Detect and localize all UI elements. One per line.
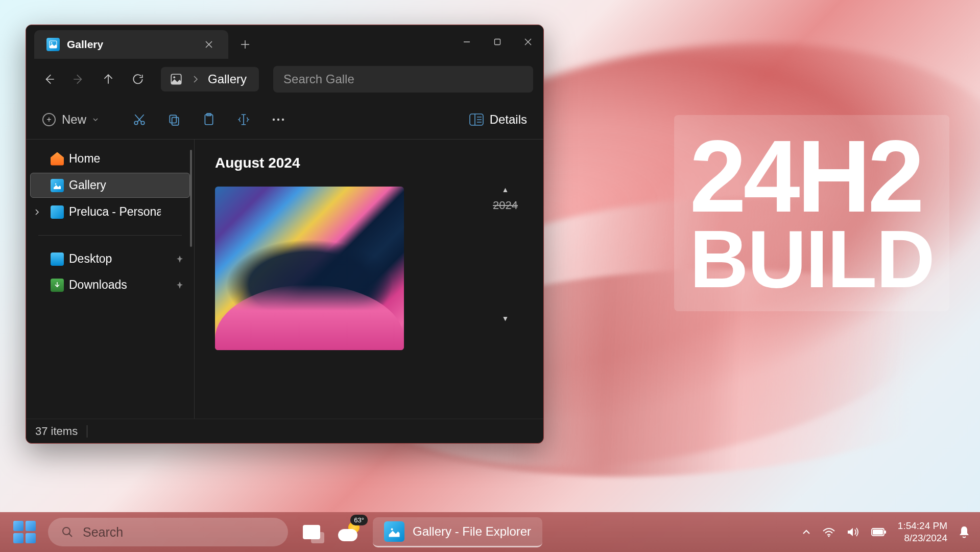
view-details-button[interactable]: Details xyxy=(462,108,534,131)
chevron-down-icon xyxy=(92,117,99,122)
svg-rect-21 xyxy=(873,530,883,535)
svg-rect-2 xyxy=(495,39,500,45)
taskbar: Search 63° Gallery - File Explorer 1:54:… xyxy=(0,512,980,552)
task-view-icon xyxy=(303,525,320,539)
view-label: Details xyxy=(490,112,527,127)
timeline-scrubber[interactable]: ▲ 2024 ▼ xyxy=(493,186,518,323)
rename-button[interactable] xyxy=(228,107,259,132)
taskbar-app-file-explorer[interactable]: Gallery - File Explorer xyxy=(373,517,542,547)
clock[interactable]: 1:54:24 PM 8/23/2024 xyxy=(898,520,947,544)
weather-widget[interactable]: 63° xyxy=(335,518,364,546)
status-bar: 37 items xyxy=(26,419,543,443)
chevron-right-icon[interactable] xyxy=(193,75,199,83)
item-count: 37 items xyxy=(35,425,78,438)
tab-close-button[interactable] xyxy=(202,37,216,52)
sidebar-item-gallery[interactable]: Gallery xyxy=(30,173,190,198)
copy-button[interactable] xyxy=(159,107,189,132)
svg-point-15 xyxy=(55,183,57,185)
sidebar-item-downloads[interactable]: Downloads xyxy=(30,273,190,297)
plus-circle-icon: + xyxy=(42,113,56,126)
new-tab-button[interactable] xyxy=(228,30,262,59)
svg-point-4 xyxy=(173,76,175,78)
new-label: New xyxy=(62,112,86,127)
gallery-path-icon xyxy=(169,72,183,86)
back-button[interactable] xyxy=(36,66,62,92)
gallery-icon xyxy=(51,179,64,192)
wifi-icon[interactable] xyxy=(822,527,835,537)
image-thumbnail[interactable] xyxy=(215,187,404,350)
chevron-right-icon[interactable] xyxy=(34,209,39,216)
svg-point-13 xyxy=(282,118,284,120)
toolbar: + New Details xyxy=(26,100,543,140)
svg-point-1 xyxy=(51,42,53,44)
taskbar-app-label: Gallery - File Explorer xyxy=(413,524,531,539)
timeline-up-icon[interactable]: ▲ xyxy=(502,186,509,194)
timeline-year: 2024 xyxy=(493,199,518,212)
details-icon xyxy=(469,113,484,126)
breadcrumb[interactable]: Gallery xyxy=(161,67,259,91)
svg-point-16 xyxy=(63,527,70,535)
svg-point-6 xyxy=(141,121,145,125)
search-input[interactable]: Search Galle xyxy=(273,66,533,93)
onedrive-icon xyxy=(51,205,64,219)
overlay-banner: 24H2 BUILD xyxy=(674,115,949,311)
weather-temp: 63° xyxy=(350,515,368,525)
more-button[interactable] xyxy=(263,107,294,132)
overlay-line1: 24H2 xyxy=(689,130,934,222)
maximize-button[interactable] xyxy=(482,25,513,59)
section-heading: August 2024 xyxy=(215,155,523,171)
up-button[interactable] xyxy=(95,66,121,92)
refresh-button[interactable] xyxy=(125,66,151,92)
search-placeholder: Search xyxy=(83,525,123,540)
pin-icon[interactable] xyxy=(176,281,184,289)
time: 1:54:24 PM xyxy=(898,520,947,532)
tray-overflow-button[interactable] xyxy=(802,528,811,536)
paste-button[interactable] xyxy=(194,107,224,132)
file-explorer-window: Gallery xyxy=(26,25,544,444)
battery-icon[interactable] xyxy=(871,527,887,537)
date: 8/23/2024 xyxy=(898,532,947,544)
breadcrumb-current[interactable]: Gallery xyxy=(208,72,247,86)
taskbar-search[interactable]: Search xyxy=(48,518,288,546)
notifications-button[interactable] xyxy=(959,525,970,539)
desktop-folder-icon xyxy=(51,252,64,266)
sidebar: Home Gallery Preluca - Persona Desktop xyxy=(26,140,195,419)
content-pane: August 2024 ▲ 2024 ▼ xyxy=(195,140,543,419)
home-icon xyxy=(51,152,64,166)
gallery-icon xyxy=(46,38,60,51)
sidebar-item-desktop[interactable]: Desktop xyxy=(30,247,190,271)
overlay-line2: BUILD xyxy=(689,222,934,296)
svg-point-17 xyxy=(391,528,393,530)
titlebar[interactable]: Gallery xyxy=(26,25,543,59)
file-explorer-icon xyxy=(384,521,404,542)
svg-point-5 xyxy=(134,121,138,125)
forward-button[interactable] xyxy=(66,66,91,92)
timeline-down-icon[interactable]: ▼ xyxy=(502,314,509,323)
tab-title: Gallery xyxy=(67,38,195,51)
sidebar-scrollbar[interactable] xyxy=(190,150,192,247)
navbar: Gallery Search Galle xyxy=(26,59,543,100)
cut-button[interactable] xyxy=(124,107,155,132)
svg-point-12 xyxy=(277,118,279,120)
tab-gallery[interactable]: Gallery xyxy=(34,30,228,59)
volume-icon[interactable] xyxy=(847,526,860,538)
task-view-button[interactable] xyxy=(297,518,326,546)
sidebar-item-home[interactable]: Home xyxy=(30,147,190,171)
start-button[interactable] xyxy=(10,518,39,546)
close-button[interactable] xyxy=(513,25,543,59)
system-tray: 1:54:24 PM 8/23/2024 xyxy=(802,520,970,544)
new-button[interactable]: + New xyxy=(35,108,106,131)
svg-point-11 xyxy=(273,118,275,120)
pin-icon[interactable] xyxy=(176,255,184,263)
svg-point-18 xyxy=(828,536,829,537)
svg-rect-7 xyxy=(170,115,176,123)
search-icon xyxy=(61,526,74,538)
downloads-folder-icon xyxy=(51,279,64,292)
sidebar-item-onedrive[interactable]: Preluca - Persona xyxy=(30,200,190,224)
minimize-button[interactable] xyxy=(451,25,482,59)
svg-rect-8 xyxy=(172,117,179,125)
svg-rect-20 xyxy=(885,531,886,534)
sidebar-divider xyxy=(38,235,182,236)
